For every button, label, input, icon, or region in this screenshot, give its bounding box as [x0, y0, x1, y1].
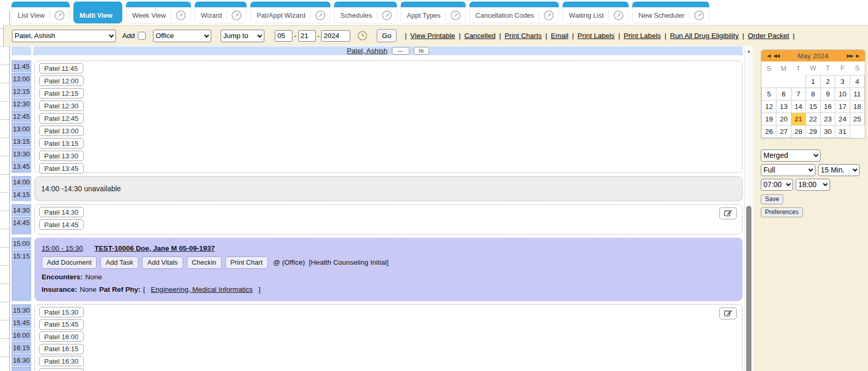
appointment-action-button[interactable]: Add Task	[100, 256, 138, 269]
open-slot-button[interactable]: Patel 13:30	[39, 151, 84, 161]
open-slot-button[interactable]: Patel 12:15	[39, 88, 84, 98]
tab-schedules[interactable]: Schedules↗	[334, 2, 397, 23]
open-slot-button[interactable]: Patel 12:00	[39, 76, 84, 86]
provider-header-link[interactable]: Patel, Ashish	[347, 47, 387, 55]
open-slot-button[interactable]: Patel 16:00	[39, 331, 84, 342]
go-button[interactable]: Go	[377, 29, 397, 42]
tab-wizard[interactable]: Wizard↗	[195, 2, 247, 23]
calendar-day[interactable]: 16	[821, 100, 835, 113]
open-in-new-icon[interactable]: ↗	[614, 10, 623, 20]
zoom-select[interactable]: Full	[761, 164, 815, 176]
tab-cancellation-codes[interactable]: Cancellation Codes↗	[469, 2, 559, 23]
open-in-new-icon[interactable]: ↗	[694, 10, 704, 20]
open-slot-button[interactable]: Patel 16:30	[39, 356, 84, 366]
open-slot-button[interactable]: Patel 15:45	[39, 319, 84, 330]
view-mode-select[interactable]: Merged	[761, 150, 821, 162]
toolbar-link[interactable]: Run All Drug Eligibility	[670, 32, 738, 40]
calendar-day[interactable]: 21	[791, 113, 806, 125]
scroll-up-icon[interactable]: ▲	[745, 46, 753, 55]
calendar-day[interactable]: 14	[791, 100, 806, 113]
calendar-day[interactable]: 30	[821, 125, 835, 138]
tab-multi-view[interactable]: Multi View	[73, 2, 122, 23]
toolbar-link[interactable]: Print Charts	[505, 32, 542, 40]
schedule-scrollbar[interactable]: ▲	[744, 46, 754, 371]
open-in-new-icon[interactable]: ↗	[55, 10, 65, 20]
open-slot-button[interactable]: Patel 16:45	[39, 368, 84, 371]
tab-appt-types[interactable]: Appt Types↗	[401, 2, 466, 23]
calendar-day[interactable]: 12	[762, 100, 776, 113]
referring-physician-link[interactable]: Engineering, Medical Informatics	[151, 286, 253, 293]
open-in-new-icon[interactable]: ↗	[382, 10, 392, 20]
tab-waiting-list[interactable]: Waiting List↗	[563, 2, 629, 23]
appointment-action-button[interactable]: Print Chart	[225, 256, 268, 269]
day-input[interactable]	[298, 30, 316, 42]
calendar-day[interactable]: 13	[776, 100, 791, 113]
jump-to-select[interactable]: Jump to	[221, 30, 264, 42]
tab-list-view[interactable]: List View↗	[11, 2, 70, 23]
open-slot-button[interactable]: Patel 15:30	[39, 307, 84, 317]
calendar-day[interactable]: 27	[776, 125, 791, 138]
calendar-day[interactable]: 10	[835, 88, 850, 100]
next-single-arrow-icon[interactable]: ▶	[856, 53, 859, 58]
calendar-day[interactable]: 19	[762, 113, 776, 125]
open-slot-button[interactable]: Patel 13:00	[39, 126, 84, 136]
open-in-new-icon[interactable]: ↗	[315, 10, 325, 20]
save-button[interactable]: Save	[761, 194, 783, 204]
calendar-day[interactable]: 23	[821, 113, 835, 125]
facility-select[interactable]: Office	[153, 30, 211, 42]
calendar-day[interactable]: 25	[850, 113, 864, 125]
open-in-new-icon[interactable]: ↗	[232, 10, 241, 20]
edit-availability-button[interactable]	[719, 307, 737, 319]
toolbar-link[interactable]: Order Packet	[748, 32, 789, 40]
fb-button[interactable]: f/b	[414, 47, 429, 55]
calendar-day[interactable]: 9	[821, 88, 835, 100]
appointment-time-link[interactable]: 15:00 - 15:30	[42, 244, 83, 252]
minimize-column-button[interactable]: —	[392, 47, 410, 55]
appointment-action-button[interactable]: Checkin	[187, 256, 222, 269]
patient-link[interactable]: TEST-10006 Doe, Jane M 05-09-1937	[95, 244, 215, 252]
calendar-day[interactable]: 31	[835, 125, 850, 138]
open-slot-button[interactable]: Patel 12:30	[39, 101, 84, 111]
tab-week-view[interactable]: Week View↗	[126, 2, 191, 23]
calendar-day[interactable]: 20	[776, 113, 791, 125]
provider-select[interactable]: Patel, Ashish	[12, 30, 116, 42]
calendar-day[interactable]: 11	[850, 88, 864, 100]
tab-pat-appt-wizard[interactable]: Pat/Appt Wizard↗	[250, 2, 330, 23]
toolbar-link[interactable]: Print Labels	[624, 32, 661, 40]
scrollbar-thumb[interactable]	[746, 206, 751, 371]
open-in-new-icon[interactable]: ↗	[176, 10, 186, 20]
open-slot-button[interactable]: Patel 11:45	[39, 63, 83, 73]
calendar-day[interactable]: 22	[806, 113, 820, 125]
prev-single-arrow-icon[interactable]: ◀	[767, 53, 770, 58]
interval-select[interactable]: 15 Min.	[818, 164, 860, 176]
calendar-day[interactable]: 3	[835, 75, 850, 88]
appointment-action-button[interactable]: Add Vitals	[142, 256, 183, 269]
calendar-day[interactable]: 8	[806, 88, 820, 100]
year-input[interactable]	[321, 30, 350, 42]
calendar-day[interactable]: 2	[821, 75, 835, 88]
open-slot-button[interactable]: Patel 13:45	[39, 163, 84, 174]
calendar-day[interactable]: 6	[776, 88, 791, 100]
open-slot-button[interactable]: Patel 14:30	[39, 207, 84, 217]
end-time-select[interactable]: 18:00	[796, 179, 830, 191]
open-in-new-icon[interactable]: ↗	[544, 10, 554, 20]
calendar-day[interactable]: 7	[791, 88, 806, 100]
next-double-arrow-icon[interactable]: ▶▶	[847, 53, 853, 58]
calendar-day[interactable]: 29	[806, 125, 820, 138]
toolbar-link[interactable]: Cancelled	[464, 32, 495, 40]
calendar-day[interactable]: 26	[762, 125, 776, 138]
toolbar-link[interactable]: Email	[551, 32, 569, 40]
calendar-day[interactable]: 28	[791, 125, 806, 138]
preferences-button[interactable]: Preferences	[761, 207, 803, 217]
open-slot-button[interactable]: Patel 14:45	[39, 219, 84, 230]
edit-availability-button[interactable]	[719, 207, 737, 219]
calendar-day[interactable]: 5	[762, 88, 776, 100]
toolbar-link[interactable]: Print Labels	[578, 32, 615, 40]
appointment-action-button[interactable]: Add Document	[42, 256, 97, 269]
open-slot-button[interactable]: Patel 13:15	[39, 138, 84, 149]
month-input[interactable]	[275, 30, 292, 42]
start-time-select[interactable]: 07:00	[761, 179, 793, 191]
calendar-day[interactable]: 1	[806, 75, 820, 88]
open-slot-button[interactable]: Patel 16:15	[39, 344, 84, 354]
calendar-day[interactable]: 15	[806, 100, 820, 113]
